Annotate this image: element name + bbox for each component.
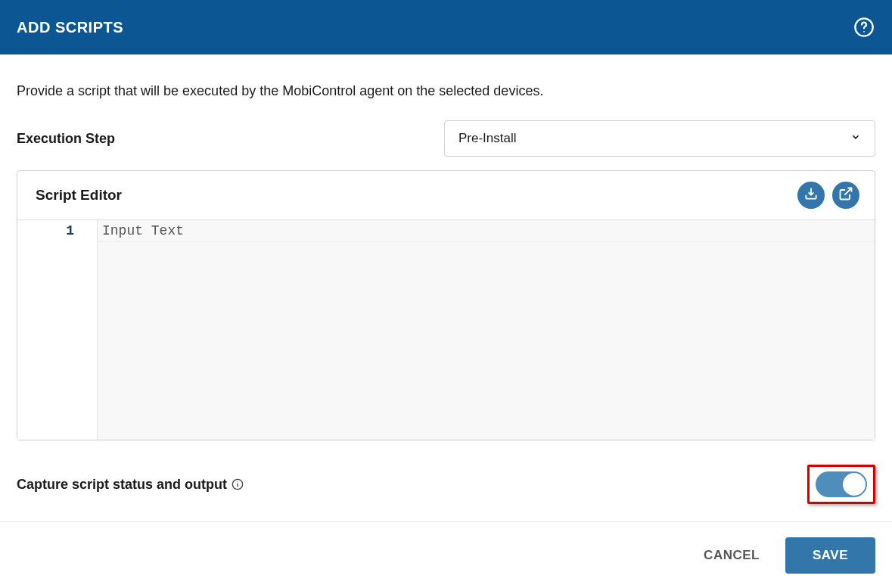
execution-step-value: Pre-Install — [458, 131, 517, 146]
execution-step-row: Execution Step Pre-Install — [17, 120, 875, 157]
script-editor-panel: Script Editor — [17, 170, 875, 440]
dialog-header: ADD SCRIPTS — [0, 0, 892, 54]
dialog-description: Provide a script that will be executed b… — [17, 83, 875, 99]
dialog-title: ADD SCRIPTS — [17, 19, 123, 36]
script-editor-body[interactable]: 1 Input Text — [17, 220, 875, 440]
capture-output-label: Capture script status and output — [17, 477, 244, 493]
svg-point-6 — [237, 481, 238, 482]
capture-output-row: Capture script status and output — [17, 465, 875, 504]
svg-line-3 — [844, 188, 851, 195]
toggle-knob — [843, 473, 866, 496]
import-icon — [803, 186, 819, 204]
cancel-button[interactable]: CANCEL — [704, 548, 760, 563]
script-editor-actions — [797, 182, 859, 209]
chevron-down-icon — [850, 131, 861, 146]
code-placeholder: Input Text — [98, 220, 875, 242]
external-link-icon — [838, 186, 853, 204]
svg-point-1 — [863, 31, 865, 33]
save-button[interactable]: SAVE — [785, 537, 875, 574]
import-script-button[interactable] — [797, 182, 825, 209]
capture-output-text: Capture script status and output — [17, 477, 227, 493]
toggle-highlight — [807, 465, 875, 504]
dialog-content: Provide a script that will be executed b… — [0, 54, 892, 519]
export-script-button[interactable] — [832, 182, 859, 209]
execution-step-select-wrapper: Pre-Install — [444, 120, 875, 157]
code-input-area[interactable]: Input Text — [98, 220, 875, 440]
help-icon[interactable] — [853, 16, 875, 39]
line-number-gutter: 1 — [17, 220, 98, 440]
capture-output-toggle[interactable] — [816, 471, 867, 497]
execution-step-select[interactable]: Pre-Install — [444, 120, 875, 157]
script-editor-title: Script Editor — [36, 187, 122, 204]
dialog-footer: CANCEL SAVE — [0, 521, 892, 588]
info-icon[interactable] — [232, 478, 244, 490]
script-editor-header: Script Editor — [17, 171, 875, 220]
line-number: 1 — [17, 222, 97, 240]
execution-step-label: Execution Step — [17, 131, 444, 147]
